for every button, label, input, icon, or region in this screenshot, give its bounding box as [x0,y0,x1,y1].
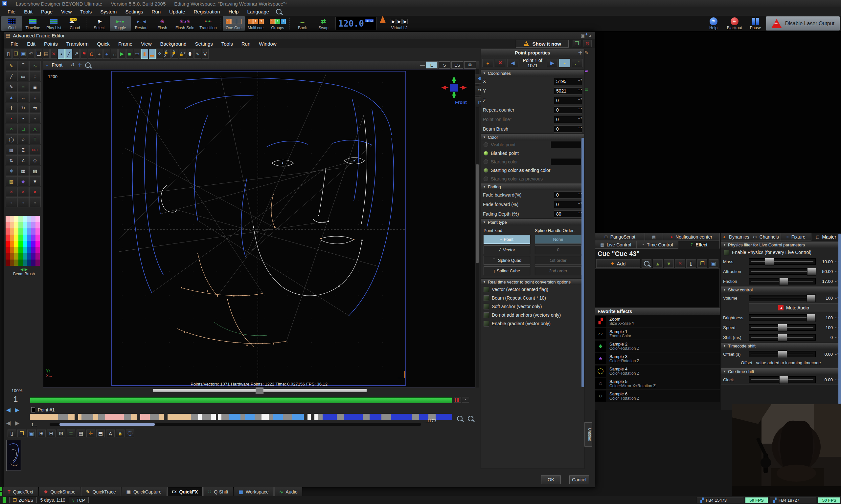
color-swatch[interactable] [10,253,14,259]
virtual-lj-button[interactable]: ▶▶▶Virtual LJ [388,16,411,31]
color-swatch[interactable] [27,228,31,235]
section-header-physics-filter-for-live-control-parameters[interactable]: Physics filter for Live Control paramete… [721,241,841,248]
toolbar-button-groups[interactable]: 111Groups [267,16,289,31]
frame-toolbar-icon-4[interactable]: ⊟ [47,430,55,437]
color-swatch[interactable] [5,253,10,259]
color-swatch[interactable] [23,241,27,247]
color-swatch[interactable] [27,241,31,247]
favorite-effect-item[interactable]: ◌Sample 5Color+Mirror X+Rotation Z [595,377,720,390]
properties-scrollbar[interactable] [582,138,584,387]
checkbox-beam-repeat-count-10-[interactable] [484,295,489,301]
next-frame-button[interactable]: ▶ [15,420,19,427]
color-swatch[interactable] [5,235,10,241]
color-swatch[interactable] [10,247,14,253]
color-swatch[interactable] [14,235,18,241]
layers-icon[interactable]: ❐ [572,40,581,47]
editor-titlebar[interactable]: ▤ Advanced Frame Editor ▣▲ [4,32,595,39]
palette-tool-1[interactable]: ⌒ [17,61,29,71]
section-header-coordinates[interactable]: Coordinates [481,70,584,76]
tcp-button[interactable]: ϟ TCP [69,497,89,503]
checkbox-vector-vector-oriented-flag-[interactable] [484,287,489,292]
delete-point-button[interactable]: ✕ [495,59,506,67]
editor-menu-window[interactable]: Window [255,41,280,47]
color-swatch[interactable] [31,247,35,253]
slider-track[interactable] [749,324,816,331]
untitled-tab[interactable]: Untitled [584,422,592,447]
color-swatch[interactable] [27,253,31,259]
favorite-effect-item[interactable]: ▱Sample 1Zoom+Color [595,327,720,340]
color-swatch[interactable] [14,228,18,235]
color-swatch[interactable] [35,228,40,235]
slider-handle[interactable] [779,376,788,384]
color-swatch[interactable] [5,222,10,228]
palette-tool-0[interactable]: ✎ [5,61,17,71]
palette-tool-19[interactable]: □ [17,124,29,134]
palette-tool-31[interactable]: ▦ [17,166,29,176]
editor-tool-icon-7[interactable]: ▪ [58,49,65,59]
enable-physics-checkbox[interactable] [724,250,729,255]
color-swatch[interactable] [10,241,14,247]
frame-toolbar-icon-8[interactable]: ✛ [86,430,95,437]
zoom-view-icon[interactable] [85,62,91,68]
palette-tool-20[interactable]: △ [29,124,41,134]
palette-tool-2[interactable]: ∿ [29,61,41,71]
point-kind-spline-quad[interactable]: ⌒Spline Quad [484,256,530,265]
frame-toolbar-icon-5[interactable]: ⊠ [57,430,65,437]
color-swatch[interactable] [10,259,14,266]
toolbar-button-blackout[interactable]: −Blackout [724,16,745,31]
app-menu-tools[interactable]: Tools [76,9,96,15]
palette-tool-5[interactable]: ◌ [29,71,41,82]
app-menu-system[interactable]: System [96,9,121,15]
tab-time-control[interactable]: ◔Time Control [637,241,679,249]
color-swatch[interactable] [27,235,31,241]
canvas-horizontal-scrollbar[interactable] [153,389,367,392]
new-file-button[interactable]: ▯ [686,259,696,268]
palette-tool-10[interactable]: ↔ [17,92,29,102]
frame-toolbar-icon-11[interactable]: 🔒 [116,430,124,437]
editor-tool-icon-1[interactable]: ❐ [13,49,19,59]
palette-tool-9[interactable]: ▲ [5,92,17,102]
editor-menu-frame[interactable]: Frame [114,41,137,47]
prev-point-nav-button[interactable]: ◀ [507,59,518,67]
canvas-vertical-scrollbar[interactable] [476,69,479,388]
slider-track[interactable] [749,258,816,265]
slider-handle[interactable] [765,258,774,266]
palette-tool-28[interactable]: ∠ [17,155,29,165]
color-swatch-box[interactable] [551,158,582,165]
color-swatch[interactable] [14,222,18,228]
point-kind-vector[interactable]: ╱Vector [484,246,530,254]
color-swatch[interactable] [5,247,10,253]
editor-tool-icon-6[interactable]: ✕ [50,49,57,59]
app-menu-view[interactable]: View [57,9,76,15]
tab-icon[interactable]: ▤ [645,233,663,241]
view-tab-es[interactable]: ES [451,61,463,69]
bottom-tab-quickcapture[interactable]: ▣QuickCapture [122,487,167,497]
favorite-effect-item[interactable]: ◌Sample 6Color+Rotation Z [595,390,720,402]
color-swatch[interactable] [23,247,27,253]
palette-tool-21[interactable]: ◯ [5,134,17,144]
frame-toolbar-icon-1[interactable]: ❐ [17,430,26,437]
editor-menu-view[interactable]: View [137,41,156,47]
palette-tool-22[interactable]: ☆ [17,134,29,144]
spline-order-1st-order[interactable]: 1st order [535,256,582,265]
property-value-z[interactable]: 0 [554,97,582,104]
next-point-button[interactable]: ▶ [15,407,19,413]
favorite-effect-item[interactable]: ▞ZoomSize X+Size Y [595,315,720,327]
next-point-nav-button[interactable]: ▶ [547,59,558,67]
palette-tool-26[interactable]: CUT [29,145,41,155]
toolbar-button-toggle[interactable]: ▶∿■Toggle [110,16,131,31]
toolbar-button-play-list[interactable]: Play List [44,16,64,31]
view-tab-s[interactable]: S [439,61,450,69]
color-swatch[interactable] [31,235,35,241]
palette-tool-16[interactable]: • [17,113,29,123]
ok-button[interactable]: OK [541,475,561,484]
color-swatch[interactable] [18,259,23,266]
editor-menu-quick[interactable]: Quick [93,41,114,47]
slider-track[interactable] [749,314,816,321]
section-header-real-time-vector-to-point-conversion-options[interactable]: Real time vector to point conversion opt… [481,278,584,285]
palette-tool-32[interactable]: ▨ [29,166,41,176]
color-swatch[interactable] [18,228,23,235]
palette-tool-15[interactable]: ▪ [5,113,17,123]
section-header-show-control[interactable]: Show control [721,286,841,293]
editor-tool-icon-2[interactable]: ▣ [20,49,27,59]
